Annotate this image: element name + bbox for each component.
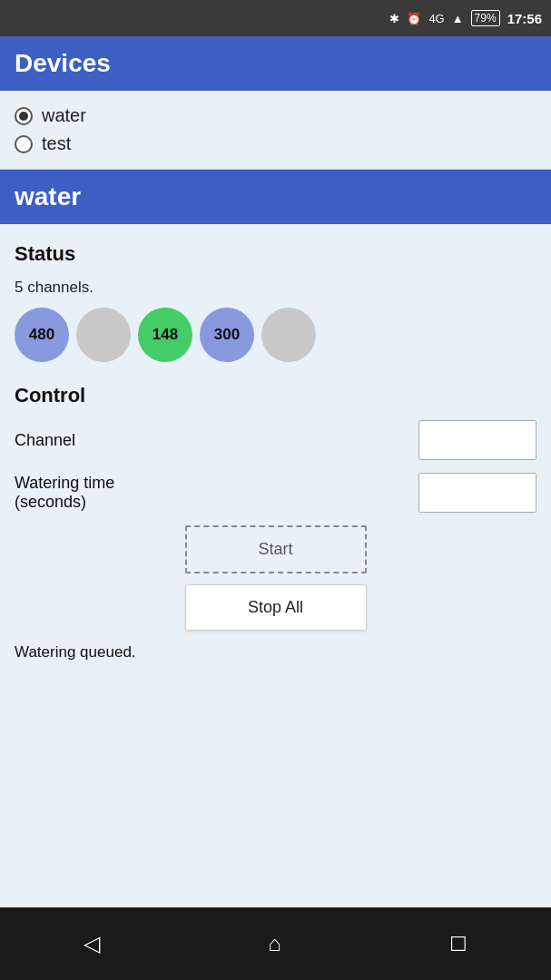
device-label-water: water bbox=[42, 105, 86, 126]
main-content: Devices water test water Status 5 channe… bbox=[0, 36, 551, 907]
channel-label: Channel bbox=[15, 431, 418, 450]
water-header: water bbox=[0, 170, 551, 224]
watering-time-input[interactable] bbox=[418, 473, 536, 513]
radio-water-inner bbox=[19, 112, 28, 121]
alarm-icon: ⏰ bbox=[407, 12, 421, 25]
status-time: 17:56 bbox=[507, 11, 542, 26]
watering-time-row: Watering time(seconds) bbox=[15, 473, 536, 513]
channel-bubble-3: 300 bbox=[200, 308, 254, 362]
bluetooth-icon: ✱ bbox=[389, 12, 399, 25]
radio-test[interactable] bbox=[15, 135, 33, 153]
watering-status: Watering queued. bbox=[15, 643, 536, 662]
battery-icon: 79% bbox=[471, 10, 500, 26]
water-title: water bbox=[15, 182, 81, 211]
home-button[interactable] bbox=[250, 922, 300, 965]
devices-title: Devices bbox=[15, 49, 111, 77]
channel-input[interactable] bbox=[418, 420, 536, 460]
status-title: Status bbox=[15, 242, 536, 266]
start-button[interactable]: Start bbox=[185, 525, 367, 573]
channels-text: 5 channels. bbox=[15, 279, 536, 297]
radio-water[interactable] bbox=[15, 107, 33, 125]
channel-bubble-4 bbox=[261, 308, 316, 362]
nav-bar bbox=[0, 907, 551, 980]
channel-row: Channel bbox=[15, 420, 536, 460]
channel-bubble-1 bbox=[76, 308, 131, 362]
content-panel: Status 5 channels. 480 148 300 Control C… bbox=[0, 224, 551, 907]
device-item-test[interactable]: test bbox=[15, 130, 536, 158]
channel-bubble-0: 480 bbox=[15, 308, 69, 362]
status-bar: ✱ ⏰ 4G ▲ 79% 17:56 bbox=[0, 0, 551, 36]
device-item-water[interactable]: water bbox=[15, 102, 536, 130]
channels-row: 480 148 300 bbox=[15, 308, 536, 362]
channel-bubble-2: 148 bbox=[138, 308, 192, 362]
status-section: Status 5 channels. 480 148 300 bbox=[15, 242, 536, 362]
control-section: Control Channel Watering time(seconds) S… bbox=[15, 384, 536, 662]
signal-icon: ▲ bbox=[452, 12, 464, 25]
recent-button[interactable] bbox=[431, 922, 486, 965]
devices-header: Devices bbox=[0, 36, 551, 91]
device-label-test: test bbox=[42, 133, 71, 154]
network-icon: 4G bbox=[428, 12, 444, 25]
back-button[interactable] bbox=[65, 922, 118, 965]
stop-all-button[interactable]: Stop All bbox=[185, 584, 367, 631]
watering-time-label: Watering time(seconds) bbox=[15, 474, 418, 512]
control-title: Control bbox=[15, 384, 536, 407]
devices-list: water test bbox=[0, 91, 551, 170]
